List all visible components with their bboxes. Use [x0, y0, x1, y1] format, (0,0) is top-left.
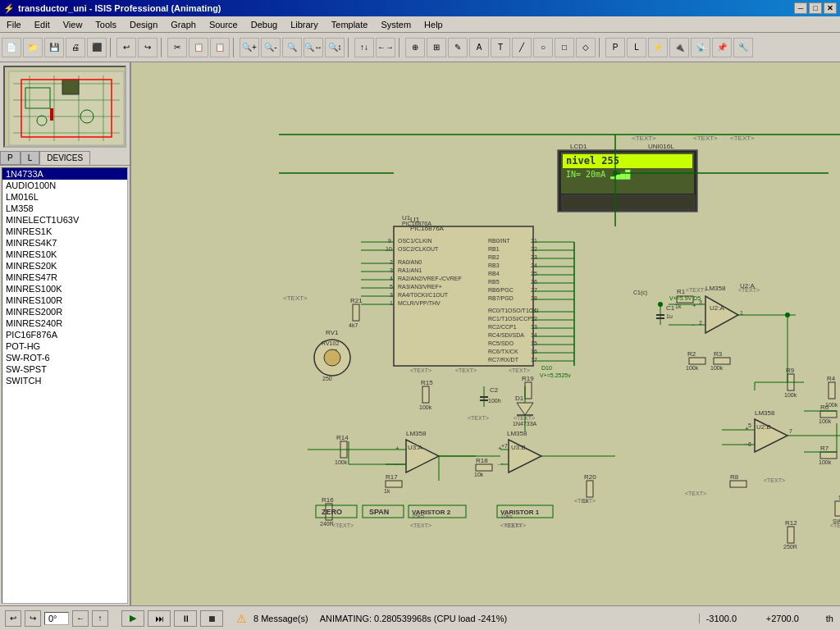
toolbar-btn-7[interactable]: ↪	[138, 38, 158, 57]
toolbar-btn-22[interactable]: ⊕	[405, 38, 425, 57]
device-item-1n4733a[interactable]: 1N4733A	[2, 168, 127, 180]
menu-item-source[interactable]: Source	[203, 16, 244, 32]
device-item-pic16f876a[interactable]: PIC16F876A	[2, 329, 127, 340]
title-bar-controls: ─ □ ✕	[794, 2, 837, 14]
thumbnail-svg	[5, 67, 126, 148]
device-item-lm358[interactable]: LM358	[2, 203, 127, 214]
undo-button[interactable]: ↩	[5, 610, 21, 627]
tab-devices[interactable]: DEVICES	[39, 151, 90, 165]
menu-item-help[interactable]: Help	[418, 16, 450, 32]
device-item-pot-hg[interactable]: POT-HG	[2, 340, 127, 352]
menu-item-view[interactable]: View	[57, 16, 89, 32]
menu-item-library[interactable]: Library	[284, 16, 325, 32]
device-item-minres10k[interactable]: MINRES10K	[2, 249, 127, 260]
toolbar-btn-25[interactable]: A	[469, 38, 489, 57]
menu-item-template[interactable]: Template	[325, 16, 375, 32]
svg-rect-11	[62, 80, 79, 94]
toolbar-btn-27[interactable]: ╱	[512, 38, 532, 57]
svg-text:<TEXT>: <TEXT>	[410, 523, 431, 528]
device-item-audio100n[interactable]: AUDIO100N	[2, 180, 127, 191]
svg-text:<TEXT>: <TEXT>	[632, 135, 656, 142]
pause-button[interactable]: ⏸	[174, 610, 197, 627]
svg-text:R8: R8	[730, 473, 739, 481]
toolbar-btn-29[interactable]: □	[555, 38, 574, 57]
svg-text:D1: D1	[515, 395, 524, 402]
toolbar-btn-2[interactable]: 💾	[44, 38, 64, 57]
menu-item-edit[interactable]: Edit	[28, 16, 57, 32]
toolbar-btn-37[interactable]: 📌	[712, 38, 732, 57]
toolbar-btn-16[interactable]: 🔍↔	[304, 38, 323, 57]
menu-item-tools[interactable]: Tools	[89, 16, 123, 32]
svg-rect-161	[730, 481, 746, 487]
device-list[interactable]: 1N4733AAUDIO100NLM016LLM358MINELECT1U63V…	[2, 167, 128, 604]
nav-up-button[interactable]: ↑	[92, 610, 108, 627]
nav-left-button[interactable]: ←	[72, 610, 89, 627]
device-item-minres200r[interactable]: MINRES200R	[2, 306, 127, 317]
close-button[interactable]: ✕	[824, 2, 837, 14]
device-item-minres47r[interactable]: MINRES47R	[2, 272, 127, 283]
toolbar-btn-13[interactable]: 🔍+	[240, 38, 259, 57]
play-button[interactable]: ▶	[121, 610, 144, 627]
toolbar-btn-15[interactable]: 🔍	[282, 38, 302, 57]
tab-l[interactable]: L	[21, 151, 40, 165]
device-item-minres100k[interactable]: MINRES100K	[2, 283, 127, 294]
step-button[interactable]: ⏭	[148, 610, 171, 627]
svg-text:4k7: 4k7	[349, 322, 358, 328]
toolbar-btn-3[interactable]: 🖨	[66, 38, 85, 57]
toolbar-btn-17[interactable]: 🔍↕	[325, 38, 345, 57]
svg-text:U2:A: U2:A	[710, 304, 724, 312]
toolbar-btn-4[interactable]: ⬛	[87, 38, 107, 57]
svg-text:14: 14	[531, 332, 537, 338]
toolbar-btn-30[interactable]: ◇	[576, 38, 596, 57]
tab-p[interactable]: P	[0, 151, 21, 165]
toolbar-btn-32[interactable]: P	[605, 38, 625, 57]
toolbar-btn-23[interactable]: ⊞	[427, 38, 446, 57]
toolbar-btn-26[interactable]: T	[491, 38, 510, 57]
toolbar-btn-28[interactable]: ○	[533, 38, 553, 57]
device-item-switch[interactable]: SWITCH	[2, 375, 127, 386]
device-item-sw-spst[interactable]: SW-SPST	[2, 363, 127, 375]
device-item-minres240r[interactable]: MINRES240R	[2, 317, 127, 329]
svg-text:LM358: LM358	[507, 430, 527, 437]
schematic-canvas[interactable]: U1 PIC16876A OSC1/CLKIN OSC2/CLKOUT RA0/…	[131, 62, 840, 605]
device-item-lm016l[interactable]: LM016L	[2, 191, 127, 203]
toolbar-btn-35[interactable]: 🔌	[669, 38, 689, 57]
toolbar-btn-10[interactable]: 📋	[189, 38, 208, 57]
toolbar-btn-11[interactable]: 📋	[210, 38, 230, 57]
stop-button[interactable]: ⏹	[200, 610, 223, 627]
svg-text:C1(c): C1(c)	[633, 290, 647, 296]
toolbar-btn-9[interactable]: ✂	[167, 38, 187, 57]
svg-text:R14: R14	[336, 434, 349, 441]
toolbar-btn-20[interactable]: ←→	[376, 38, 395, 57]
toolbar-btn-33[interactable]: L	[627, 38, 646, 57]
toolbar-btn-36[interactable]: 📡	[691, 38, 710, 57]
menu-item-system[interactable]: System	[374, 16, 418, 32]
menu-item-debug[interactable]: Debug	[244, 16, 284, 32]
toolbar-btn-19[interactable]: ↑↓	[354, 38, 374, 57]
toolbar-btn-34[interactable]: ⚡	[648, 38, 668, 57]
toolbar-btn-6[interactable]: ↩	[116, 38, 136, 57]
device-item-minres4k7[interactable]: MINRES4K7	[2, 237, 127, 249]
device-item-minelect1u63v[interactable]: MINELECT1U63V	[2, 214, 127, 226]
toolbar-btn-14[interactable]: 🔍-	[261, 38, 281, 57]
menu-item-graph[interactable]: Graph	[164, 16, 203, 32]
toolbar-btn-0[interactable]: 📄	[2, 38, 21, 57]
svg-text:-: -	[498, 460, 500, 468]
menu-item-file[interactable]: File	[0, 16, 28, 32]
device-item-minres20k[interactable]: MINRES20K	[2, 260, 127, 272]
svg-text:RA4/T0CKI/C1OUT: RA4/T0CKI/C1OUT	[398, 292, 449, 298]
toolbar-btn-38[interactable]: 🔧	[733, 38, 753, 57]
toolbar-btn-1[interactable]: 📁	[23, 38, 43, 57]
device-item-minres1k[interactable]: MINRES1K	[2, 226, 127, 237]
minimize-button[interactable]: ─	[794, 2, 807, 14]
maximize-button[interactable]: □	[809, 2, 822, 14]
menu-item-design[interactable]: Design	[123, 16, 164, 32]
device-item-sw-rot-6[interactable]: SW-ROT-6	[2, 352, 127, 363]
redo-button[interactable]: ↪	[25, 610, 41, 627]
svg-text:16: 16	[531, 349, 537, 354]
toolbar-btn-24[interactable]: ✎	[448, 38, 468, 57]
svg-rect-172	[788, 527, 794, 543]
device-item-minres100r[interactable]: MINRES100R	[2, 294, 127, 306]
angle-input[interactable]: 0°	[44, 612, 69, 625]
u1-part-label: PIC16876A	[402, 221, 431, 226]
